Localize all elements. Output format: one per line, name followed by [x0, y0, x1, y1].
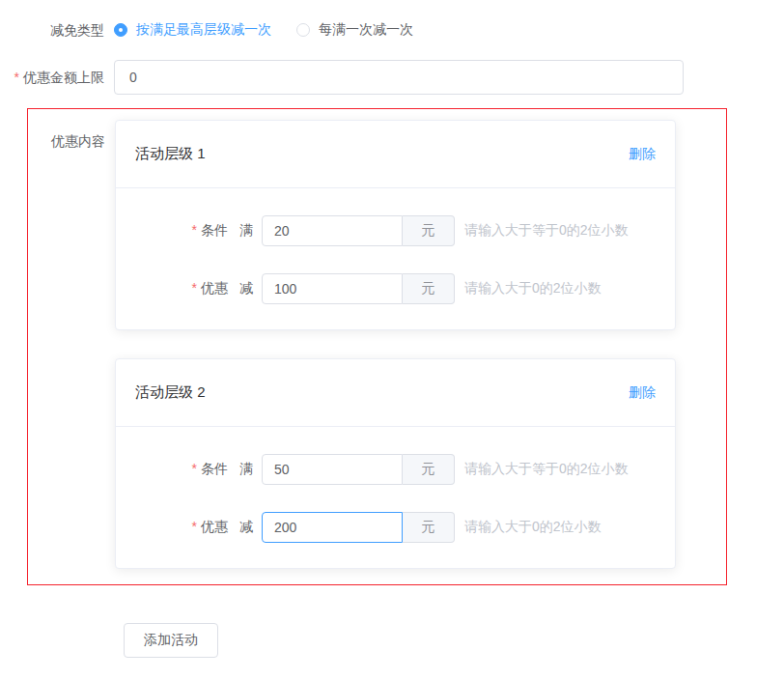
form-row-discount-cap: *优惠金额上限: [0, 60, 784, 95]
unit-append: 元: [403, 512, 455, 543]
radio-option-every-time[interactable]: 每满一次减一次: [296, 21, 413, 39]
discount-input-group: 元: [262, 512, 455, 543]
radio-unchecked-icon[interactable]: [296, 23, 310, 37]
tier-card-list: 活动层级 1 删除 *条件 满 元 请输入大于等于0的2位小数: [115, 120, 676, 569]
discount-label: *优惠: [135, 519, 228, 536]
condition-prefix: 满: [239, 461, 253, 478]
discount-hint: 请输入大于0的2位小数: [464, 519, 602, 536]
condition-input-group: 元: [262, 454, 455, 485]
add-activity-button[interactable]: 添加活动: [124, 623, 218, 658]
discount-hint: 请输入大于0的2位小数: [464, 280, 602, 297]
condition-hint: 请输入大于等于0的2位小数: [464, 222, 629, 240]
discount-label-text: 优惠: [201, 519, 228, 534]
reduction-type-label: 减免类型: [0, 19, 104, 41]
discount-label: *优惠: [135, 280, 228, 297]
discount-input[interactable]: [262, 273, 403, 304]
reduction-type-radio-group: 按满足最高层级减一次 每满一次减一次: [114, 21, 413, 39]
unit-append: 元: [403, 215, 455, 246]
condition-hint: 请输入大于等于0的2位小数: [464, 461, 629, 478]
tier-card-1-header: 活动层级 1 删除: [116, 121, 675, 188]
discount-input-focused[interactable]: [262, 512, 403, 543]
radio-option-highest-tier-label[interactable]: 按满足最高层级减一次: [136, 21, 271, 39]
radio-option-highest-tier[interactable]: 按满足最高层级减一次: [114, 21, 271, 39]
discount-field-row: *优惠 减 元 请输入大于0的2位小数: [135, 273, 656, 304]
tier-card-2-title: 活动层级 2: [135, 383, 206, 402]
unit-append: 元: [403, 273, 455, 304]
condition-field-row: *条件 满 元 请输入大于等于0的2位小数: [135, 454, 656, 485]
discount-field-row: *优惠 减 元 请输入大于0的2位小数: [135, 512, 656, 543]
discount-prefix: 减: [239, 280, 253, 297]
discount-label-text: 优惠: [201, 280, 228, 296]
condition-prefix: 满: [239, 222, 253, 240]
tier-card-2-delete-link[interactable]: 删除: [629, 384, 656, 402]
discount-content-section: 优惠内容 活动层级 1 删除 *条件 满 元: [27, 108, 727, 585]
condition-label-text: 条件: [201, 461, 228, 476]
tier-card-1-delete-link[interactable]: 删除: [629, 146, 656, 163]
required-asterisk: *: [192, 222, 197, 238]
tier-card-2-body: *条件 满 元 请输入大于等于0的2位小数 *优惠 减: [116, 427, 675, 568]
discount-input-group: 元: [262, 273, 455, 304]
condition-label: *条件: [135, 461, 228, 478]
required-asterisk: *: [14, 70, 19, 85]
promotion-rule-form: 减免类型 按满足最高层级减一次 每满一次减一次 *优惠金额上限 优惠内容: [0, 19, 784, 658]
discount-cap-field: [114, 60, 684, 95]
condition-input[interactable]: [262, 454, 403, 485]
condition-input[interactable]: [262, 215, 403, 246]
radio-option-every-time-label[interactable]: 每满一次减一次: [319, 21, 413, 39]
radio-checked-icon[interactable]: [114, 23, 127, 37]
discount-cap-input[interactable]: [114, 60, 684, 95]
condition-label: *条件: [135, 222, 228, 240]
condition-field-row: *条件 满 元 请输入大于等于0的2位小数: [135, 215, 656, 246]
tier-card-1-title: 活动层级 1: [135, 145, 206, 163]
radio-dot: [119, 28, 123, 32]
tier-card-1: 活动层级 1 删除 *条件 满 元 请输入大于等于0的2位小数: [115, 120, 676, 330]
form-row-reduction-type: 减免类型 按满足最高层级减一次 每满一次减一次: [0, 19, 784, 41]
unit-append: 元: [403, 454, 455, 485]
required-asterisk: *: [192, 280, 197, 296]
required-asterisk: *: [192, 519, 197, 534]
tier-card-1-body: *条件 满 元 请输入大于等于0的2位小数 *优惠 减: [116, 188, 675, 329]
discount-prefix: 减: [239, 519, 253, 536]
discount-cap-label-text: 优惠金额上限: [23, 70, 104, 85]
tier-card-2-header: 活动层级 2 删除: [116, 359, 675, 427]
discount-content-label: 优惠内容: [28, 120, 105, 152]
tier-card-2: 活动层级 2 删除 *条件 满 元 请输入大于等于0的2位小数: [115, 358, 676, 569]
condition-input-group: 元: [262, 215, 455, 246]
discount-cap-label: *优惠金额上限: [0, 67, 104, 88]
condition-label-text: 条件: [201, 222, 228, 238]
required-asterisk: *: [192, 461, 197, 476]
